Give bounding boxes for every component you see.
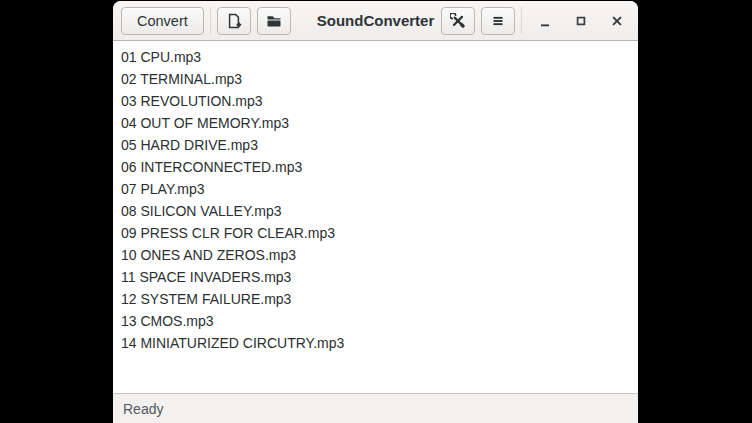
file-list-item[interactable]: 05 HARD DRIVE.mp3: [121, 134, 634, 156]
file-list-item[interactable]: 14 MINIATURIZED CIRCUTRY.mp3: [121, 332, 634, 354]
minimize-button[interactable]: [532, 8, 558, 34]
file-list[interactable]: 01 CPU.mp302 TERMINAL.mp303 REVOLUTION.m…: [113, 41, 638, 393]
headerbar-left-group: Convert: [121, 7, 291, 35]
file-list-item[interactable]: 06 INTERCONNECTED.mp3: [121, 156, 634, 178]
file-list-item[interactable]: 02 TERMINAL.mp3: [121, 68, 634, 90]
soundconverter-window: SoundConverter Convert: [113, 1, 638, 423]
file-list-item[interactable]: 08 SILICON VALLEY.mp3: [121, 200, 634, 222]
maximize-icon: [573, 13, 589, 29]
convert-button[interactable]: Convert: [121, 7, 204, 35]
maximize-button[interactable]: [568, 8, 594, 34]
file-list-item[interactable]: 03 REVOLUTION.mp3: [121, 90, 634, 112]
add-folder-icon: [266, 13, 282, 29]
menu-button[interactable]: [481, 7, 515, 35]
add-file-icon: [226, 13, 242, 29]
close-icon: [609, 13, 625, 29]
preferences-button[interactable]: [441, 7, 475, 35]
statusbar: Ready: [113, 393, 638, 423]
file-list-item[interactable]: 07 PLAY.mp3: [121, 178, 634, 200]
headerbar-right-group: [441, 7, 630, 35]
headerbar-separator-left: [210, 7, 211, 34]
file-list-item[interactable]: 01 CPU.mp3: [121, 46, 634, 68]
minimize-icon: [537, 13, 553, 29]
file-list-item[interactable]: 11 SPACE INVADERS.mp3: [121, 266, 634, 288]
crossed-tools-icon: [450, 13, 466, 29]
file-list-item[interactable]: 09 PRESS CLR FOR CLEAR.mp3: [121, 222, 634, 244]
status-text: Ready: [123, 401, 163, 417]
add-folder-button[interactable]: [257, 7, 291, 35]
close-button[interactable]: [604, 8, 630, 34]
file-list-item[interactable]: 10 ONES AND ZEROS.mp3: [121, 244, 634, 266]
headerbar-separator-right: [521, 7, 522, 34]
add-file-button[interactable]: [217, 7, 251, 35]
file-list-item[interactable]: 12 SYSTEM FAILURE.mp3: [121, 288, 634, 310]
file-list-item[interactable]: 13 CMOS.mp3: [121, 310, 634, 332]
file-list-item[interactable]: 04 OUT OF MEMORY.mp3: [121, 112, 634, 134]
screen-backdrop: SoundConverter Convert: [0, 0, 752, 423]
hamburger-menu-icon: [490, 13, 506, 29]
headerbar: SoundConverter Convert: [113, 1, 638, 41]
